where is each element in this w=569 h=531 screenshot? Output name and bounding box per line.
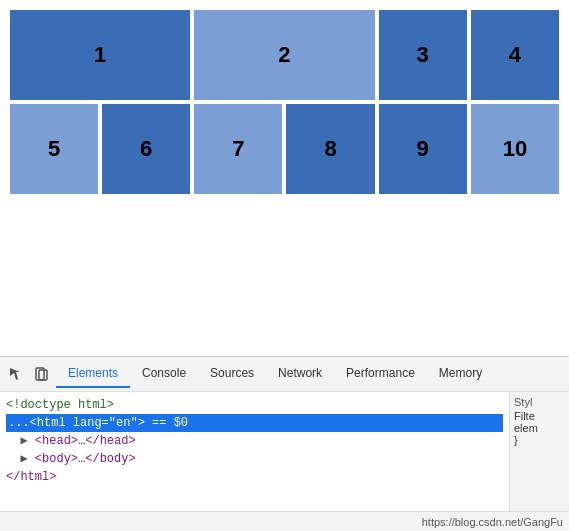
tab-performance[interactable]: Performance: [334, 360, 427, 388]
code-line-html: ...<html lang="en"> == $0: [6, 414, 503, 432]
code-line-doctype: <!doctype html>: [6, 396, 503, 414]
grid-item-1: 1: [10, 10, 190, 100]
devtools-content: <!doctype html> ...<html lang="en"> == $…: [0, 392, 569, 511]
grid-item-2: 2: [194, 10, 374, 100]
tab-memory[interactable]: Memory: [427, 360, 494, 388]
styles-brace: }: [514, 434, 565, 446]
main-content: 1 2 3 4 5 6 7 8 9 10: [0, 0, 569, 390]
grid-item-9: 9: [379, 104, 467, 194]
grid-item-8: 8: [286, 104, 374, 194]
grid-item-5: 5: [10, 104, 98, 194]
devtools-statusbar: https://blog.csdn.net/GangFu: [0, 511, 569, 531]
device-icon[interactable]: [30, 362, 54, 386]
devtools-toolbar: Elements Console Sources Network Perform…: [0, 357, 569, 392]
inspect-icon[interactable]: [4, 362, 28, 386]
styles-elem: elem: [514, 422, 565, 434]
grid-item-3: 3: [379, 10, 467, 100]
grid-container: 1 2 3 4 5 6 7 8 9 10: [10, 10, 559, 194]
grid-item-4: 4: [471, 10, 559, 100]
tab-console[interactable]: Console: [130, 360, 198, 388]
devtools-styles-panel: Styl Filte elem }: [509, 392, 569, 511]
styles-filter: Filte: [514, 410, 565, 422]
code-line-html-close: </html>: [6, 468, 503, 486]
status-url: https://blog.csdn.net/GangFu: [422, 516, 563, 528]
svg-rect-1: [39, 370, 47, 380]
grid-item-6: 6: [102, 104, 190, 194]
tab-elements[interactable]: Elements: [56, 360, 130, 388]
tab-sources[interactable]: Sources: [198, 360, 266, 388]
code-line-head: ▶ <head>…</head>: [6, 432, 503, 450]
styles-label: Styl: [514, 396, 565, 408]
code-line-body: ▶ <body>…</body>: [6, 450, 503, 468]
grid-item-10: 10: [471, 104, 559, 194]
tab-network[interactable]: Network: [266, 360, 334, 388]
devtools-main-panel: <!doctype html> ...<html lang="en"> == $…: [0, 392, 509, 511]
devtools-panel: Elements Console Sources Network Perform…: [0, 356, 569, 531]
grid-item-7: 7: [194, 104, 282, 194]
